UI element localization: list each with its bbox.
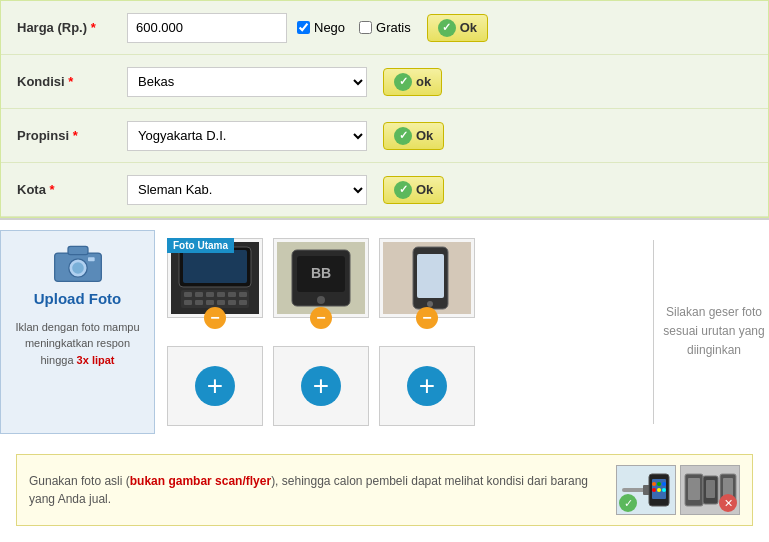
kota-label: Kota * [17,182,127,197]
required-star-propinsi: * [69,128,78,143]
svg-rect-19 [228,300,236,305]
notice-images: ✓ ✕ [616,465,740,515]
svg-rect-11 [206,292,214,297]
photo-section: Upload Foto Iklan dengan foto mampu meni… [0,218,769,444]
propinsi-label: Propinsi * [17,128,127,143]
add-photo-slot-3[interactable]: + [379,346,475,426]
good-check-icon: ✓ [619,494,637,512]
photo-slot-2[interactable]: BB − [273,238,369,318]
svg-rect-16 [195,300,203,305]
check-circle-icon: ✓ [438,19,456,37]
svg-point-3 [72,262,84,274]
kota-label-text: Kota [17,182,46,197]
kondisi-ok-label: ok [416,74,431,89]
photo-3-image [383,242,471,314]
svg-rect-43 [688,478,700,500]
scroll-hint: Silakan geser foto sesuai urutan yang di… [649,303,769,361]
nego-checkbox-item: Nego [297,20,345,35]
svg-rect-4 [88,257,95,261]
upload-highlight: 3x lipat [77,354,115,366]
notice-box: Gunakan foto asli (bukan gambar scan/fly… [16,454,753,526]
harga-label: Harga (Rp.) * [17,20,127,35]
kota-select[interactable]: Sleman Kab. [127,175,367,205]
form-container: Harga (Rp.) * Nego Gratis ✓ Ok Kondisi *… [0,0,769,218]
svg-rect-18 [217,300,225,305]
required-star-kondisi: * [65,74,74,89]
svg-rect-13 [228,292,236,297]
svg-rect-28 [417,254,444,298]
gratis-checkbox-item: Gratis [359,20,411,35]
photo-slot-1[interactable]: Foto Utama [167,238,263,318]
svg-rect-7 [183,250,247,283]
add-photo-2-button[interactable]: + [301,366,341,406]
check-circle-icon-kota: ✓ [394,181,412,199]
svg-point-36 [657,482,661,486]
photo-grid-area: Foto Utama [155,230,769,434]
check-circle-icon-kondisi: ✓ [394,73,412,91]
propinsi-ok-label: Ok [416,128,433,143]
kota-ok-label: Ok [416,182,433,197]
harga-ok-label: Ok [460,20,477,35]
photo-2-image: BB [277,242,365,314]
svg-rect-9 [184,292,192,297]
harga-ok-button[interactable]: ✓ Ok [427,14,488,42]
remove-photo-1-button[interactable]: − [204,307,226,329]
notice-bad-image: ✕ [680,465,740,515]
svg-point-38 [652,488,656,492]
svg-rect-45 [706,480,715,498]
upload-desc: Iklan dengan foto mampu meningkatkan res… [11,319,144,369]
propinsi-ok-button[interactable]: ✓ Ok [383,122,444,150]
kondisi-select[interactable]: Baru Bekas [127,67,367,97]
propinsi-row: Propinsi * Yogyakarta D.I. ✓ Ok [1,109,768,163]
foto-utama-badge: Foto Utama [167,238,234,253]
svg-point-40 [662,488,666,492]
svg-rect-10 [195,292,203,297]
kondisi-label-text: Kondisi [17,74,65,89]
check-circle-icon-propinsi: ✓ [394,127,412,145]
nego-checkbox[interactable] [297,21,310,34]
add-photo-slot-1[interactable]: + [167,346,263,426]
gratis-label: Gratis [376,20,411,35]
svg-point-24 [317,296,325,304]
propinsi-select[interactable]: Yogyakarta D.I. [127,121,367,151]
notice-text: Gunakan foto asli (bukan gambar scan/fly… [29,472,606,508]
svg-rect-12 [217,292,225,297]
kota-ok-button[interactable]: ✓ Ok [383,176,444,204]
bad-x-icon: ✕ [719,494,737,512]
remove-photo-3-button[interactable]: − [416,307,438,329]
harga-row: Harga (Rp.) * Nego Gratis ✓ Ok [1,1,768,55]
upload-title: Upload Foto [34,289,121,309]
harga-input[interactable] [127,13,287,43]
add-photo-slot-2[interactable]: + [273,346,369,426]
svg-point-39 [657,488,661,492]
gratis-checkbox[interactable] [359,21,372,34]
svg-rect-17 [206,300,214,305]
svg-point-37 [662,482,666,486]
svg-rect-1 [68,246,88,254]
remove-photo-2-button[interactable]: − [310,307,332,329]
add-photo-3-button[interactable]: + [407,366,447,406]
svg-rect-15 [184,300,192,305]
kondisi-ok-button[interactable]: ✓ ok [383,68,442,96]
required-star-kota: * [46,182,55,197]
svg-point-35 [652,482,656,486]
camera-icon [53,243,103,283]
propinsi-label-text: Propinsi [17,128,69,143]
upload-sidebar: Upload Foto Iklan dengan foto mampu meni… [0,230,155,434]
checkbox-group: Nego Gratis [297,20,411,35]
notice-highlight: bukan gambar scan/flyer [130,474,271,488]
nego-label: Nego [314,20,345,35]
harga-label-text: Harga (Rp.) [17,20,87,35]
required-star: * [87,20,96,35]
kondisi-label: Kondisi * [17,74,127,89]
photo-slot-3[interactable]: − [379,238,475,318]
kota-row: Kota * Sleman Kab. ✓ Ok [1,163,768,217]
svg-rect-14 [239,292,247,297]
notice-good-image: ✓ [616,465,676,515]
add-photo-1-button[interactable]: + [195,366,235,406]
svg-rect-20 [239,300,247,305]
svg-text:BB: BB [311,265,331,281]
kondisi-row: Kondisi * Baru Bekas ✓ ok [1,55,768,109]
